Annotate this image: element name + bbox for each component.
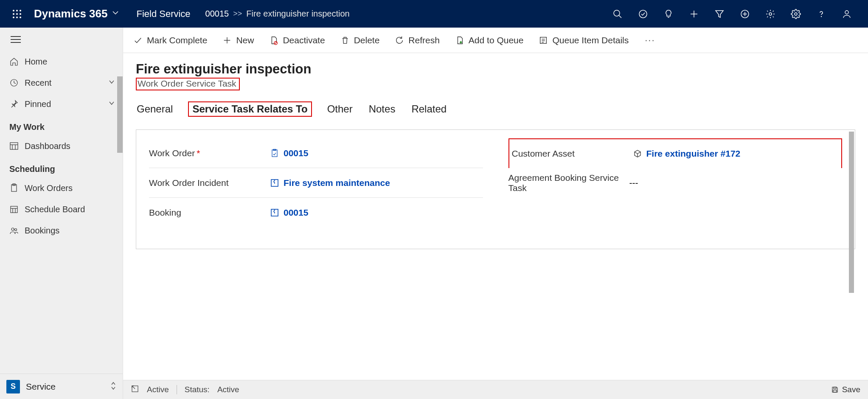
breadcrumb-id[interactable]: 00015 xyxy=(205,9,229,19)
mark-complete-button[interactable]: Mark Complete xyxy=(132,33,209,48)
nav-schedule-board[interactable]: Schedule Board xyxy=(0,199,123,220)
clock-icon xyxy=(9,78,25,87)
customer-asset-value[interactable]: Fire extinguisher #172 xyxy=(633,149,741,159)
brand-chevron-icon[interactable] xyxy=(112,9,119,19)
brand-name[interactable]: Dynamics 365 xyxy=(34,7,107,20)
nav-bookings[interactable]: Bookings xyxy=(0,220,123,241)
lightbulb-icon[interactable] xyxy=(656,0,681,28)
more-commands-icon[interactable]: ··· xyxy=(642,35,657,46)
queue-item-details-label: Queue Item Details xyxy=(552,35,629,45)
status-separator xyxy=(177,385,177,394)
agreement-booking-value[interactable]: --- xyxy=(629,178,638,188)
sidebar: Home Recent Pinned My Work Dashboards Sc… xyxy=(0,28,123,399)
module-name[interactable]: Field Service xyxy=(136,8,190,20)
add-to-queue-label: Add to Queue xyxy=(469,35,524,45)
tab-service-task-relates-to[interactable]: Service Task Relates To xyxy=(188,101,312,117)
app-launcher-icon[interactable] xyxy=(8,9,25,19)
section-scheduling: Scheduling xyxy=(0,157,123,177)
hamburger-icon[interactable] xyxy=(0,28,123,51)
svg-point-38 xyxy=(15,229,17,231)
filter-icon[interactable] xyxy=(707,0,732,28)
tab-general[interactable]: General xyxy=(136,101,174,117)
field-booking: Booking 00015 xyxy=(149,198,483,228)
package-icon xyxy=(633,149,642,158)
queue-item-details-button[interactable]: Queue Item Details xyxy=(537,33,630,48)
record-title: Fire extinguisher inspection xyxy=(136,62,855,77)
form-col-right: Customer Asset Fire extinguisher #172 Ag… xyxy=(508,138,843,228)
field-agreement-booking: Agreement Booking Service Task --- xyxy=(508,168,843,198)
svg-point-21 xyxy=(821,16,822,17)
svg-point-37 xyxy=(11,228,14,230)
svg-point-22 xyxy=(845,11,848,14)
svg-point-3 xyxy=(13,13,14,15)
record-entity-type: Work Order Service Task xyxy=(136,78,240,90)
clipboard-icon xyxy=(9,183,25,193)
nav-work-orders-label: Work Orders xyxy=(25,183,115,193)
puzzle-icon xyxy=(270,208,279,217)
delete-label: Delete xyxy=(354,35,380,45)
puzzle-icon xyxy=(270,178,279,188)
area-switcher[interactable]: S Service xyxy=(0,374,123,399)
delete-button[interactable]: Delete xyxy=(339,33,382,48)
settings-gear-icon[interactable] xyxy=(783,0,809,28)
svg-line-54 xyxy=(132,386,135,389)
popout-icon[interactable] xyxy=(131,385,139,395)
nav-dashboards-label: Dashboards xyxy=(25,141,115,151)
sidebar-scrollbar[interactable] xyxy=(117,76,123,153)
refresh-button[interactable]: Refresh xyxy=(393,33,441,48)
form-panel: Work Order* 00015 Work Order Incident Fi… xyxy=(136,129,855,249)
nav-pinned[interactable]: Pinned xyxy=(0,93,123,115)
work-order-incident-label: Work Order Incident xyxy=(149,178,270,188)
svg-rect-55 xyxy=(834,387,836,389)
user-icon[interactable] xyxy=(834,0,860,28)
work-order-value[interactable]: 00015 xyxy=(270,148,308,158)
nav-pinned-label: Pinned xyxy=(25,99,108,109)
nav-bookings-label: Bookings xyxy=(25,226,115,236)
task-checkmark-icon[interactable] xyxy=(630,0,656,28)
tab-notes[interactable]: Notes xyxy=(368,101,396,117)
svg-point-7 xyxy=(16,17,18,18)
tab-other[interactable]: Other xyxy=(326,101,354,117)
status-label: Status: xyxy=(185,385,210,394)
tab-related[interactable]: Related xyxy=(410,101,447,117)
svg-point-9 xyxy=(614,10,620,16)
plus-icon[interactable] xyxy=(681,0,707,28)
nav-schedule-board-label: Schedule Board xyxy=(25,205,115,214)
nav-work-orders[interactable]: Work Orders xyxy=(0,177,123,199)
nav-home[interactable]: Home xyxy=(0,51,123,72)
breadcrumb-title: Fire extinguisher inspection xyxy=(246,9,349,19)
search-icon[interactable] xyxy=(605,0,630,28)
save-button[interactable]: Save xyxy=(831,385,860,394)
svg-point-6 xyxy=(13,17,14,18)
save-label: Save xyxy=(842,385,860,394)
pin-icon xyxy=(9,99,25,109)
refresh-label: Refresh xyxy=(408,35,440,45)
agreement-booking-label: Agreement Booking Service Task xyxy=(508,173,629,193)
svg-point-1 xyxy=(16,10,18,11)
form-col-left: Work Order* 00015 Work Order Incident Fi… xyxy=(149,138,483,228)
deactivate-button[interactable]: Deactivate xyxy=(267,33,326,48)
form-scrollbar[interactable] xyxy=(849,132,854,293)
svg-point-5 xyxy=(20,13,21,15)
new-button[interactable]: New xyxy=(221,33,256,48)
work-order-label: Work Order* xyxy=(149,148,270,158)
work-order-incident-value[interactable]: Fire system maintenance xyxy=(270,178,390,188)
clipboard-icon xyxy=(270,149,279,158)
chevron-down-icon xyxy=(108,100,115,108)
add-to-queue-button[interactable]: Add to Queue xyxy=(453,33,525,48)
svg-point-0 xyxy=(13,10,14,11)
area-label: Service xyxy=(26,382,110,392)
booking-value[interactable]: 00015 xyxy=(270,208,308,218)
dashboard-icon xyxy=(9,141,25,151)
record-area: Fire extinguisher inspection Work Order … xyxy=(123,53,868,380)
field-work-order-incident: Work Order Incident Fire system maintena… xyxy=(149,168,483,198)
status-bar: Active Status: Active Save xyxy=(123,380,868,399)
field-customer-asset: Customer Asset Fire extinguisher #172 xyxy=(508,138,843,168)
add-circle-icon[interactable] xyxy=(732,0,758,28)
svg-line-10 xyxy=(619,15,621,18)
nav-dashboards[interactable]: Dashboards xyxy=(0,135,123,157)
gear-icon[interactable] xyxy=(758,0,783,28)
svg-point-4 xyxy=(16,13,18,15)
nav-recent[interactable]: Recent xyxy=(0,72,123,93)
help-icon[interactable] xyxy=(809,0,834,28)
